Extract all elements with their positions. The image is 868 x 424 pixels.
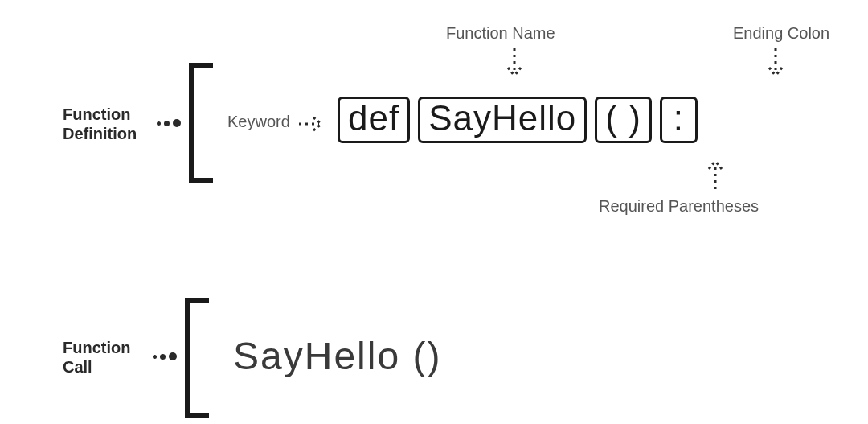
svg-line-8 <box>313 124 321 130</box>
arrow-down-icon <box>768 48 784 89</box>
section-label-line2: Definition <box>63 125 137 142</box>
arrow-up-icon <box>707 153 723 193</box>
bracket-icon <box>185 298 209 418</box>
arrow-down-icon <box>506 48 522 89</box>
bracket-icon <box>189 63 213 183</box>
call-text: SayHello () <box>233 334 441 378</box>
section-label-definition: Function Definition <box>63 105 137 143</box>
section-label-line1: Function <box>63 105 130 123</box>
section-label-line1: Function <box>63 339 130 356</box>
section-label-line2: Call <box>63 358 92 376</box>
definition-token-row: def SayHello ( ) : <box>338 97 698 143</box>
annotation-keyword: Keyword <box>227 113 290 131</box>
token-function-name: SayHello <box>418 97 587 143</box>
leader-dots-icon <box>157 119 181 127</box>
svg-line-7 <box>313 117 321 124</box>
arrow-right-icon <box>299 116 331 132</box>
token-colon: : <box>660 97 698 143</box>
token-def: def <box>338 97 410 143</box>
section-label-call: Function Call <box>63 338 130 377</box>
annotation-ending-colon: Ending Colon <box>733 24 829 43</box>
annotation-required-parentheses: Required Parentheses <box>599 197 759 216</box>
leader-dots-icon <box>153 352 177 360</box>
token-parentheses: ( ) <box>595 97 652 143</box>
annotation-function-name: Function Name <box>446 24 555 43</box>
